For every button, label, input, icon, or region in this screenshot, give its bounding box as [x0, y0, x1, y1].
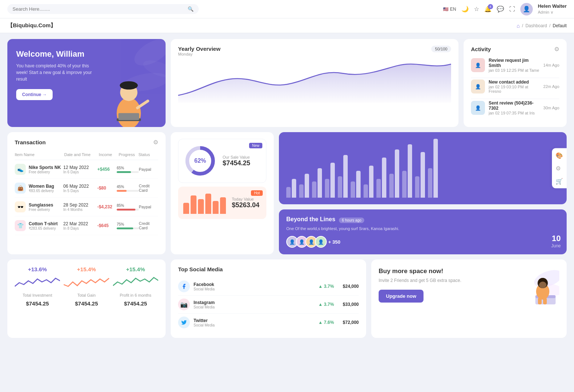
item-cell-1: 👟 Nike Sports NK Free delivery — [15, 164, 63, 175]
bar-light — [402, 171, 407, 198]
activity-title-3: Sent review (504)236-7302 — [489, 100, 540, 111]
yearly-title-block: Yearly Overview Monday — [178, 46, 220, 56]
upgrade-button[interactable]: Upgrade now — [379, 290, 424, 303]
table-row: 🕶️ Sunglasses Free delivery 28 Sep 2022 … — [15, 198, 158, 216]
today-bar-chart — [183, 192, 226, 214]
facebook-icon — [178, 280, 190, 292]
stat-value-3: $7454.25 — [124, 300, 147, 307]
transaction-settings-icon[interactable]: ⚙ — [153, 139, 158, 146]
search-bar[interactable]: 🔍 — [7, 4, 199, 14]
yearly-progress-badge: 50/100 — [431, 46, 451, 52]
search-icon: 🔍 — [188, 6, 194, 12]
activity-sub-3: jan 02 19 07:35 PM at Iris — [489, 111, 540, 115]
bar-group — [299, 174, 309, 198]
activity-thumb-3: 👤 — [471, 101, 485, 115]
fullscreen-button[interactable]: ⛶ — [509, 6, 515, 13]
social-info-tw: Twitter Social Media — [194, 318, 215, 327]
home-icon[interactable]: ⌂ — [517, 23, 520, 29]
beyond-date: 10 June — [551, 234, 561, 248]
messages-button[interactable]: 💬 — [497, 6, 504, 13]
progress-3: 85% — [117, 204, 139, 211]
item-cell-2: 👜 Women Bag ₹83.65 delivery — [15, 183, 63, 194]
cart-icon[interactable]: 🛒 — [554, 176, 564, 186]
item-name-2: Women Bag — [29, 184, 54, 189]
yearly-chart — [178, 59, 451, 103]
income-2: -$80 — [97, 186, 117, 191]
item-cell-3: 🕶️ Sunglasses Free delivery — [15, 201, 63, 212]
status-2: Credit Card — [139, 184, 158, 193]
stat-profit: +15.4% Profit in 6 months $7454.25 — [113, 266, 158, 331]
breadcrumb-sep2: / — [549, 23, 550, 28]
donut-label: 62% — [184, 144, 217, 177]
beyond-month: June — [551, 243, 561, 248]
stat-pct-1: +13.6% — [28, 266, 47, 272]
bar-dark — [395, 149, 399, 198]
breadcrumb: ⌂ / Dashboard / Default — [517, 23, 567, 29]
income-4: -$645 — [97, 223, 117, 228]
bar-dark — [292, 179, 296, 198]
progress-2: 45% — [117, 185, 139, 192]
item-sub-3: Free delivery — [29, 208, 53, 212]
social-row-ig: 📷 Instagram Social Media ▲ 3.7% $33,000 — [178, 296, 359, 314]
svg-point-5 — [120, 81, 138, 90]
bar-group — [351, 171, 361, 198]
bar-chart — [286, 139, 559, 198]
bar-group — [325, 163, 335, 198]
item-name-4: Cotton T-shirt — [29, 221, 58, 226]
stats-card: +13.6% Total Investment $7454.25 +15.4% … — [7, 259, 166, 338]
col-status: Status — [138, 152, 158, 157]
bar-light — [338, 176, 342, 198]
activity-thumb-2: 👤 — [471, 80, 485, 93]
stat-gain: +15.4% Total Gain $7454.25 — [64, 266, 109, 331]
activity-settings-icon[interactable]: ⚙ — [554, 46, 559, 53]
activity-thumb-1: 👤 — [471, 58, 485, 72]
breadcrumb-dashboard[interactable]: Dashboard — [525, 23, 547, 28]
table-header: Item Name Date and Time Income Progress … — [15, 151, 158, 160]
star-icon[interactable]: ☆ — [474, 6, 479, 13]
palette-icon[interactable]: 🎨 — [554, 151, 564, 160]
search-input[interactable] — [13, 6, 185, 12]
income-3: -$4,232 — [97, 204, 117, 209]
svg-point-3 — [117, 98, 141, 127]
bar-group — [428, 139, 438, 198]
bar-group — [376, 158, 386, 198]
avatar-4: 👤 — [315, 236, 327, 248]
bar-group — [415, 152, 425, 198]
continue-button[interactable]: Continue → — [16, 89, 53, 100]
social-pct-fb: ▲ 3.7% — [318, 284, 334, 289]
activity-text-3: Sent review (504)236-7302 jan 02 19 07:3… — [489, 100, 540, 115]
social-amount-tw: $72,000 — [343, 320, 359, 325]
progress-4: 75% — [117, 222, 139, 229]
sale-top-section: New 62% Our Sale Value $7454.25 — [178, 139, 266, 183]
dark-mode-toggle[interactable]: 🌙 — [461, 6, 469, 13]
beyond-avatars: 👤 👤 👤 👤 — [286, 236, 325, 248]
notifications-button[interactable]: 🔔4 — [484, 6, 492, 13]
twitter-icon — [178, 317, 190, 328]
bar-dark — [433, 139, 438, 198]
bar-light — [299, 184, 304, 198]
col-item: Item Name — [15, 152, 64, 157]
yearly-subtitle: Monday — [178, 52, 220, 56]
settings-float-icon[interactable]: ⚙ — [554, 163, 564, 173]
yearly-header: Yearly Overview Monday 50/100 — [178, 46, 451, 56]
bar-dark — [408, 144, 412, 198]
bar-light — [415, 176, 419, 198]
bar-dark — [421, 152, 425, 198]
social-info-ig: Instagram Social Media — [194, 300, 215, 309]
language-selector[interactable]: 🇺🇸 EN — [443, 7, 456, 12]
col-progress: Progress — [118, 152, 138, 157]
stat-label-3: Profit in 6 months — [120, 293, 152, 297]
bar-dark — [343, 155, 348, 198]
svg-line-8 — [138, 101, 148, 108]
user-avatar[interactable]: 👤 — [520, 3, 533, 15]
activity-text-2: New contact added jan 02 19 03:10 PM at … — [489, 80, 540, 93]
activity-time-3: 30m Ago — [543, 106, 559, 110]
bar-light — [364, 184, 368, 198]
buy-illustration — [515, 268, 559, 309]
item-icon-2: 👜 — [15, 183, 26, 194]
activity-item-3: 👤 Sent review (504)236-7302 jan 02 19 07… — [471, 100, 559, 115]
svg-point-19 — [539, 282, 546, 288]
stat-pct-2: +15.4% — [77, 266, 96, 272]
yearly-overview-card: Yearly Overview Monday 50/100 — [171, 39, 458, 127]
progress-1: 65% — [117, 166, 139, 173]
